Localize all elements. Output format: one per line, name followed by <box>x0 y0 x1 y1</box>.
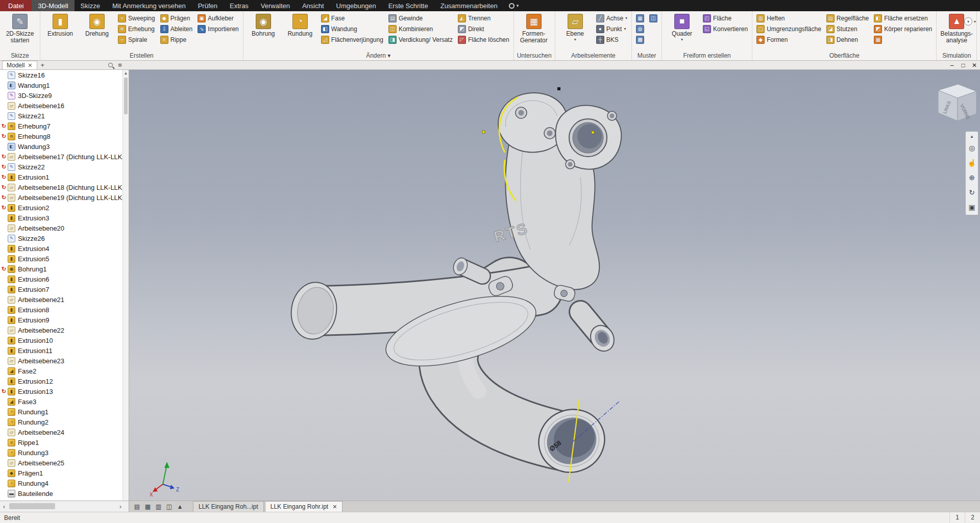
ribbon-button-direkt[interactable]: ◩Direkt <box>456 23 486 34</box>
menu-tab-3d-modell[interactable]: 3D-Modell <box>32 0 74 11</box>
menu-tab-pr-fen[interactable]: Prüfen <box>192 0 224 11</box>
tree-item-extrusion1[interactable]: ↻▮Extrusion1 <box>0 172 129 182</box>
ribbon-collapse-button[interactable]: ▾ ▾ <box>964 17 976 26</box>
split-horizontal-icon[interactable]: ▥ <box>154 502 163 511</box>
ribbon-button-gewinde[interactable]: ▤Gewinde <box>386 13 425 23</box>
menu-tab-umgebungen[interactable]: Umgebungen <box>330 0 382 11</box>
tree-item-arbeitsebene21[interactable]: ▱Arbeitsebene21 <box>0 294 129 305</box>
ribbon-button-pr-gen[interactable]: ◆Prägen <box>158 13 192 23</box>
tree-item-bohrung1[interactable]: ↻◉Bohrung1 <box>0 264 129 274</box>
ribbon-button-dehnen[interactable]: ◨Dehnen <box>824 34 860 45</box>
ribbon-button-bohrung[interactable]: ◉Bohrung <box>246 13 281 38</box>
ribbon-button-trennen[interactable]: ◭Trennen <box>456 13 493 23</box>
pipe-model[interactable]: RTS Ø58 <box>287 87 622 483</box>
ribbon-button-quader[interactable]: ■Quader▾ <box>664 13 700 43</box>
share-menu-icon[interactable]: ▾ <box>504 0 524 11</box>
scroll-right-icon[interactable]: › <box>116 501 125 512</box>
tree-item-3d-skizze9[interactable]: ✎3D-Skizze9 <box>0 90 129 101</box>
menu-tab-extras[interactable]: Extras <box>224 0 255 11</box>
tree-item-rippe1[interactable]: ≡Rippe1 <box>0 437 129 447</box>
ribbon-button-fl-chenverj-ngung[interactable]: ◿Flächenverjüngung <box>319 34 385 45</box>
ribbon-button-bks[interactable]: ┼BKS <box>594 34 621 45</box>
ribbon-button-extrusion[interactable]: ▮Extrusion <box>42 13 78 38</box>
tree-item-skizze22[interactable]: ↻✎Skizze22 <box>0 162 129 172</box>
browser-tab-modell[interactable]: Modell ✕ <box>2 61 37 69</box>
ribbon-button-importieren[interactable]: ⇘Importieren <box>195 23 241 34</box>
ribbon-button-drehung[interactable]: ◉Drehung <box>79 13 115 38</box>
ribbon-button-skizzengesteuerte-anordnung[interactable]: ▩ <box>634 34 646 45</box>
ribbon-button-rechteckige-anordnung[interactable]: ▦ <box>634 13 646 23</box>
ribbon-button-wandung[interactable]: ◧Wandung <box>319 23 359 34</box>
browser-horizontal-scrollbar[interactable]: ‹ › <box>0 501 129 512</box>
sketch-point[interactable] <box>482 131 485 133</box>
ribbon-button-stutzen[interactable]: ◪Stutzen <box>824 23 860 34</box>
viewcube[interactable]: LINKS VORNE <box>938 84 976 121</box>
ribbon-group-label-ndern[interactable]: Ändern ▾ <box>243 52 513 60</box>
tree-item-fase2[interactable]: ◢Fase2 <box>0 366 129 376</box>
ribbon-button-aufkleber[interactable]: ▣Aufkleber <box>195 13 236 23</box>
tree-item-rundung4[interactable]: ◔Rundung4 <box>0 478 129 488</box>
orbit-icon[interactable]: ↻ <box>966 186 977 199</box>
document-tab-llk-eingang-roh-ipt[interactable]: LLK Eingang Roh...ipt <box>193 501 264 512</box>
viewport-canvas[interactable]: RTS Ø58 LINKS VORNE X Z <box>129 70 980 501</box>
ribbon-button-runde-anordnung[interactable]: ◍ <box>634 23 646 34</box>
ribbon-button-ableiten[interactable]: ⇩Ableiten <box>158 23 194 34</box>
ribbon-button-formen-generator[interactable]: ▦Formen-Generator <box>516 13 552 45</box>
ribbon-button-heften[interactable]: ▥Heften <box>754 13 787 23</box>
ribbon-button-formen[interactable]: ◆Formen <box>754 34 790 45</box>
window-maximize-button[interactable]: □ <box>958 62 969 69</box>
tree-item-bauteilende[interactable]: ▬Bauteilende <box>0 488 129 499</box>
tree-item-skizze21[interactable]: ✎Skizze21 <box>0 111 129 121</box>
ribbon-button-fl-che-ersetzen[interactable]: ◧Fläche ersetzen <box>872 13 929 23</box>
tree-item-extrusion12[interactable]: ▮Extrusion12 <box>0 376 129 386</box>
browser-menu-icon[interactable]: ≡ <box>118 61 122 69</box>
scroll-up-icon[interactable]: ▴ <box>966 133 977 140</box>
tree-item-extrusion6[interactable]: ▮Extrusion6 <box>0 274 129 284</box>
tree-item-arbeitsebene25[interactable]: ▱Arbeitsebene25 <box>0 458 129 468</box>
viewport[interactable]: RTS Ø58 LINKS VORNE X Z ▴◎☝⊕↻▣ <box>129 70 980 501</box>
ribbon-button-fase[interactable]: ◢Fase <box>319 13 347 23</box>
menu-tab-skizze[interactable]: Skizze <box>75 0 106 11</box>
status-toggle-2[interactable]: 2 <box>965 512 980 523</box>
tree-item-pr-gen1[interactable]: ◆Prägen1 <box>0 468 129 478</box>
scrollbar-thumb[interactable] <box>124 78 128 114</box>
ribbon-button-fl-che-l-schen[interactable]: ◸Fläche löschen <box>456 34 511 45</box>
ribbon-button-rippe[interactable]: ≡Rippe <box>158 34 188 45</box>
tree-item-extrusion11[interactable]: ▮Extrusion11 <box>0 345 129 356</box>
tree-item-extrusion13[interactable]: ↻▮Extrusion13 <box>0 386 129 396</box>
window-close-button[interactable]: ✕ <box>969 62 980 69</box>
tile-windows-icon[interactable]: ▦ <box>143 502 153 511</box>
ribbon-button-erhebung[interactable]: ≋Erhebung <box>116 23 157 34</box>
menu-tab-erste-schritte[interactable]: Erste Schritte <box>382 0 434 11</box>
tree-item-erhebung7[interactable]: ↻≋Erhebung7 <box>0 121 129 131</box>
close-icon[interactable]: ✕ <box>28 62 32 69</box>
menu-tab-verwalten[interactable]: Verwalten <box>255 0 296 11</box>
ribbon-button-spirale[interactable]: ∽Spirale <box>116 34 149 45</box>
file-menu-button[interactable]: Datei <box>0 0 32 11</box>
sketch-point[interactable] <box>592 131 594 134</box>
tree-item-skizze26[interactable]: ✎Skizze26 <box>0 233 129 243</box>
tree-item-extrusion3[interactable]: ▮Extrusion3 <box>0 213 129 223</box>
expand-panel-icon[interactable]: ▲ <box>175 502 185 511</box>
tree-item-arbeitsebene24[interactable]: ▱Arbeitsebene24 <box>0 427 129 437</box>
scrollbar-thumb[interactable] <box>9 503 55 509</box>
tree-item-extrusion10[interactable]: ▮Extrusion10 <box>0 335 129 345</box>
menu-tab-mit-anmerkung-versehen[interactable]: Mit Anmerkung versehen <box>106 0 192 11</box>
tree-item-wandung1[interactable]: ◧Wandung1 <box>0 80 129 90</box>
steering-wheel-icon[interactable]: ◎ <box>966 141 977 155</box>
document-tab-llk-eingang-rohr-ipt[interactable]: LLK Eingang Rohr.ipt✕ <box>265 501 343 512</box>
status-toggle-1[interactable]: 1 <box>949 512 965 523</box>
tree-item-extrusion4[interactable]: ▮Extrusion4 <box>0 243 129 254</box>
zoom-icon[interactable]: ⊕ <box>966 171 977 184</box>
tree-item-arbeitsebene16[interactable]: ▱Arbeitsebene16 <box>0 101 129 111</box>
ribbon-button-flaeche-anpassen[interactable]: ▦ <box>872 34 884 45</box>
tree-item-wandung3[interactable]: ◧Wandung3 <box>0 141 129 152</box>
tree-item-rundung3[interactable]: ◔Rundung3 <box>0 447 129 458</box>
tree-item-extrusion7[interactable]: ▮Extrusion7 <box>0 284 129 294</box>
menu-tab-zusammenarbeiten[interactable]: Zusammenarbeiten <box>434 0 504 11</box>
ribbon-button-k-rper-reparieren[interactable]: ◩Körper reparieren <box>872 23 934 34</box>
look-at-icon[interactable]: ▣ <box>966 201 977 214</box>
ribbon-button-achse[interactable]: ╱Achse▾ <box>594 13 629 23</box>
close-icon[interactable]: ✕ <box>332 504 337 510</box>
tree-item-arbeitsebene20[interactable]: ▱Arbeitsebene20 <box>0 223 129 233</box>
